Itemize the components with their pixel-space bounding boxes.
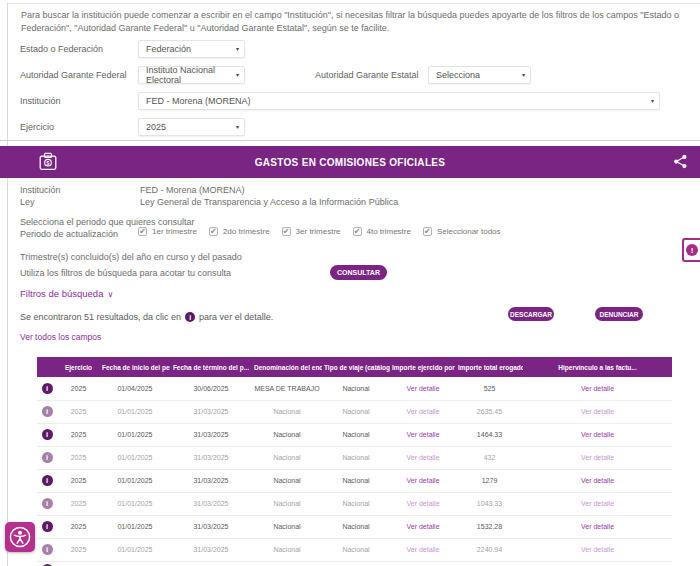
garante-estatal-label: Autoridad Garante Estatal <box>315 70 419 80</box>
garante-estatal-select-value: Selecciona <box>436 70 480 80</box>
row-icon-cell: i <box>37 561 57 566</box>
periodo-checkbox-label: 4to trimestre <box>367 227 411 236</box>
table-cell <box>252 561 322 566</box>
table-cell[interactable]: Ver detalle <box>523 492 672 515</box>
table-cell: 01/01/2025 <box>100 423 170 446</box>
table-cell <box>57 561 100 566</box>
periodo-checkbox[interactable]: ✔ <box>209 227 218 236</box>
row-icon-cell: i <box>37 446 57 469</box>
chevron-down-icon: ▾ <box>522 72 525 78</box>
table-header[interactable]: Importe total erogado c... <box>456 357 523 377</box>
table-cell[interactable]: Ver detalle <box>523 423 672 446</box>
descargar-button[interactable]: DESCARGAR <box>508 307 554 321</box>
table-cell: 2025 <box>57 492 100 515</box>
info-icon[interactable]: i <box>42 406 53 417</box>
table-cell[interactable]: Ver detalle <box>390 538 456 561</box>
filtros-hint: Utiliza los filtros de búsqueda para aco… <box>20 268 231 278</box>
table-header[interactable]: Importe ejercido por pa... <box>390 357 456 377</box>
filtros-toggle-label: Filtros de búsqueda <box>20 288 103 299</box>
table-cell[interactable]: Ver detalle <box>390 423 456 446</box>
institucion-select-value: FED - Morena (MORENA) <box>146 96 251 106</box>
filtros-toggle[interactable]: Filtros de búsqueda∨ <box>20 288 113 299</box>
table-cell[interactable]: Ver detalle <box>390 469 456 492</box>
table-cell[interactable]: Ver detalle <box>390 515 456 538</box>
detail-institucion-value: FED - Morena (MORENA) <box>140 185 245 195</box>
table-header[interactable]: Fecha de inicio del peri... <box>100 357 170 377</box>
periodo-checkbox[interactable]: ✔ <box>353 227 362 236</box>
info-icon[interactable]: i <box>42 383 53 394</box>
share-icon[interactable] <box>672 153 689 170</box>
table-cell[interactable]: Ver detalle <box>523 377 672 400</box>
table-header-row: Ejercicio Fecha de inicio del peri... Fe… <box>37 357 672 377</box>
periodo-checkbox-label: 2do trimestre <box>223 227 270 236</box>
table-header[interactable]: Denominación del enca... <box>252 357 322 377</box>
table-row: i 202501/01/202531/03/2025NacionalNacion… <box>37 515 672 538</box>
table-cell[interactable]: Ver detalle <box>523 515 672 538</box>
row-icon-cell: i <box>37 492 57 515</box>
estado-label: Estado o Federación <box>20 44 103 54</box>
table-row: i 202501/01/202531/03/2025NacionalNacion… <box>37 538 672 561</box>
table-cell: 31/03/2025 <box>170 469 252 492</box>
garante-estatal-select[interactable]: Selecciona ▾ <box>428 66 531 84</box>
accessibility-button[interactable] <box>5 522 35 552</box>
table-cell <box>456 561 523 566</box>
table-header[interactable]: Fecha de término del p... <box>170 357 252 377</box>
table-cell[interactable]: Ver detalle <box>523 400 672 423</box>
info-icon[interactable]: i <box>42 544 53 555</box>
table-cell: Nacional <box>322 538 390 561</box>
periodo-heading: Selecciona el periodo que quieres consul… <box>20 217 195 227</box>
table-row: i 202501/01/202531/03/2025NacionalNacion… <box>37 469 672 492</box>
garante-federal-select-value: Instituto Nacional Electoral <box>146 65 236 85</box>
table-cell <box>100 561 170 566</box>
table-cell: 2025 <box>57 515 100 538</box>
ejercicio-select[interactable]: 2025 ▾ <box>138 118 245 136</box>
table-cell: Nacional <box>252 446 322 469</box>
intro-text: Para buscar la institución puede comenza… <box>21 9 689 35</box>
ejercicio-select-value: 2025 <box>146 122 166 132</box>
periodo-checkbox-label: 3er trimestre <box>296 227 341 236</box>
report-tab[interactable]: ! <box>682 238 700 262</box>
table-cell[interactable]: Ver detalle <box>523 538 672 561</box>
table-cell: 2025 <box>57 538 100 561</box>
table-cell[interactable]: Ver detalle <box>390 446 456 469</box>
info-icon[interactable]: i <box>42 521 53 532</box>
institucion-select[interactable]: FED - Morena (MORENA) ▾ <box>138 92 660 110</box>
table-cell: 2240.94 <box>456 538 523 561</box>
info-icon[interactable]: i <box>42 429 53 440</box>
table-header[interactable]: Ejercicio <box>57 357 100 377</box>
garante-federal-select[interactable]: Instituto Nacional Electoral ▾ <box>138 66 245 84</box>
table-cell: Nacional <box>322 423 390 446</box>
left-border <box>7 3 8 566</box>
table-cell[interactable]: Ver detalle <box>523 469 672 492</box>
periodo-checkbox[interactable]: ✔ <box>423 227 432 236</box>
table-row: i 202501/01/202531/03/2025NacionalNacion… <box>37 492 672 515</box>
row-icon-cell: i <box>37 469 57 492</box>
table-cell[interactable]: Ver detalle <box>390 400 456 423</box>
denunciar-button[interactable]: DENUNCIAR <box>595 307 643 321</box>
periodo-checkbox[interactable]: ✔ <box>282 227 291 236</box>
ver-todos-link[interactable]: Ver todos los campos <box>20 332 101 342</box>
row-icon-cell: i <box>37 538 57 561</box>
table-row: i 202501/01/202531/03/2025NacionalNacion… <box>37 400 672 423</box>
table-header[interactable]: Hipervínculo a las factu... <box>523 357 672 377</box>
table-cell: Nacional <box>322 515 390 538</box>
table-cell[interactable]: Ver detalle <box>523 446 672 469</box>
table-cell: 31/03/2025 <box>170 400 252 423</box>
table-cell: 2025 <box>57 400 100 423</box>
info-icon[interactable]: i <box>42 498 53 509</box>
estado-select[interactable]: Federación ▾ <box>138 40 245 58</box>
table-cell[interactable]: Ver detalle <box>390 377 456 400</box>
table-cell: Nacional <box>322 446 390 469</box>
institucion-label: Institución <box>20 96 61 106</box>
info-icon[interactable]: i <box>42 452 53 463</box>
table-row: i 202501/04/202530/06/2025MESA DE TRABAJ… <box>37 377 672 400</box>
table-header[interactable]: Tipo de viaje (catálogo) <box>322 357 390 377</box>
table-cell: 30/06/2025 <box>170 377 252 400</box>
table-cell[interactable]: Ver detalle <box>390 492 456 515</box>
ejercicio-label: Ejercicio <box>20 122 54 132</box>
consultar-button[interactable]: CONSULTAR <box>330 265 387 280</box>
info-icon[interactable]: i <box>42 475 53 486</box>
periodo-checkbox[interactable]: ✔ <box>138 227 147 236</box>
trimestres-note: Trimestre(s) concluido(s) del año en cur… <box>20 252 242 262</box>
table-cell: 525 <box>456 377 523 400</box>
